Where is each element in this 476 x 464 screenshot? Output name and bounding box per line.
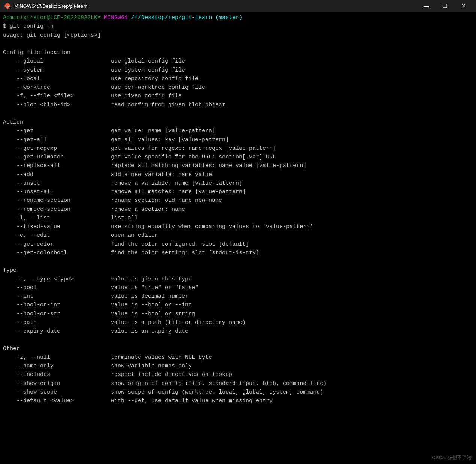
help-output: Config file location --global use global… bbox=[3, 48, 473, 414]
prompt-line: Administrator@LCE-20220822LKM MINGW64 /f… bbox=[3, 13, 473, 22]
help-item: --bool value is "true" or "false" bbox=[3, 283, 473, 292]
title-bar: git MINGW64:/f/Desktop/rep/git-learn — ☐… bbox=[0, 0, 476, 12]
help-item: --local use repository config file bbox=[3, 75, 473, 83]
help-item: --get-urlmatch get value specific for th… bbox=[3, 153, 473, 161]
help-item: --get get value: name [value-pattern] bbox=[3, 127, 473, 135]
window-controls: — ☐ ✕ bbox=[418, 0, 472, 12]
command-line: $ git config -h bbox=[3, 22, 473, 31]
maximize-button[interactable]: ☐ bbox=[436, 0, 454, 12]
user-host: Administrator@LCE-20220822LKM bbox=[3, 15, 101, 21]
help-item: --global use global config file bbox=[3, 57, 473, 66]
app-icon: git bbox=[4, 2, 11, 10]
help-item: --show-scope show scope of config (workt… bbox=[3, 388, 473, 397]
help-item: --blob <blob-id> read config from given … bbox=[3, 101, 473, 109]
blank-line-1 bbox=[3, 40, 473, 48]
window: git MINGW64:/f/Desktop/rep/git-learn — ☐… bbox=[0, 0, 476, 464]
help-item: --unset-all remove all matches: name [va… bbox=[3, 188, 473, 196]
help-item: --rename-section rename section: old-nam… bbox=[3, 196, 473, 205]
help-item: --system use system config file bbox=[3, 66, 473, 75]
section-title: Other bbox=[3, 345, 473, 353]
help-item: -f, --file <file> use given config file bbox=[3, 92, 473, 100]
path-prefix: MINGW64 bbox=[104, 15, 128, 21]
close-button[interactable]: ✕ bbox=[455, 0, 472, 12]
help-item: --unset remove a variable: name [value-p… bbox=[3, 179, 473, 188]
help-item: -e, --edit open an editor bbox=[3, 231, 473, 240]
help-item: --get-regexp get values for regexp: name… bbox=[3, 144, 473, 153]
usage-line: usage: git config [<options>] bbox=[3, 31, 473, 40]
help-item: --worktree use per-worktree config file bbox=[3, 83, 473, 92]
help-item: --includes respect include directives on… bbox=[3, 370, 473, 379]
help-item: --remove-section remove a section: name bbox=[3, 205, 473, 214]
svg-text:git: git bbox=[6, 5, 11, 8]
window-title: MINGW64:/f/Desktop/rep/git-learn bbox=[14, 3, 418, 9]
path: /f/Desktop/rep/git-learn bbox=[131, 15, 212, 21]
section-title: Config file location bbox=[3, 48, 473, 57]
section-title: Type bbox=[3, 266, 473, 275]
help-item: --path value is a path (file or director… bbox=[3, 318, 473, 327]
help-item: --expiry-date value is an expiry date bbox=[3, 327, 473, 336]
minimize-button[interactable]: — bbox=[418, 0, 435, 12]
help-item: --replace-all replace all matching varia… bbox=[3, 161, 473, 170]
branch: (master) bbox=[215, 15, 242, 21]
help-item: -z, --null terminate values with NUL byt… bbox=[3, 353, 473, 362]
blank-line bbox=[3, 257, 473, 266]
section-title: Action bbox=[3, 118, 473, 127]
watermark: CSDN @创不了浩 bbox=[432, 454, 472, 461]
help-item: --int value is decimal number bbox=[3, 292, 473, 301]
help-item: --bool-or-str value is --bool or string bbox=[3, 310, 473, 318]
help-item: --add add a new variable: name value bbox=[3, 170, 473, 179]
terminal-area[interactable]: Administrator@LCE-20220822LKM MINGW64 /f… bbox=[0, 12, 476, 464]
help-item: -l, --list list all bbox=[3, 214, 473, 222]
help-item: -t, --type <type> value is given this ty… bbox=[3, 275, 473, 283]
help-item: --show-origin show origin of config (fil… bbox=[3, 379, 473, 388]
help-item: --name-only show variable names only bbox=[3, 362, 473, 370]
blank-line bbox=[3, 109, 473, 118]
blank-line bbox=[3, 336, 473, 344]
help-item: --get-all get all values: key [value-pat… bbox=[3, 136, 473, 144]
help-item: --get-colorbool find the color setting: … bbox=[3, 249, 473, 257]
help-item: --bool-or-int value is --bool or --int bbox=[3, 301, 473, 309]
help-item: --get-color find the color configured: s… bbox=[3, 240, 473, 249]
blank-line bbox=[3, 405, 473, 414]
help-item: --default <value> with --get, use defaul… bbox=[3, 397, 473, 405]
help-item: --fixed-value use string equality when c… bbox=[3, 222, 473, 231]
